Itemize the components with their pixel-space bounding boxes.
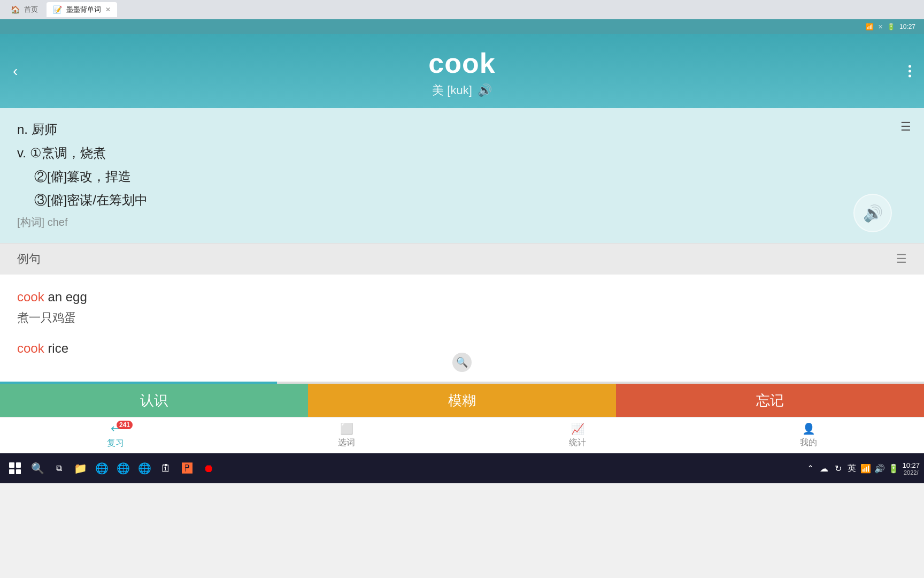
taskbar-files[interactable]: 📁 — [71, 459, 90, 478]
search-icon-float: 🔍 — [452, 353, 472, 372]
taskbar-picsart[interactable]: 🅿 — [178, 459, 197, 478]
example-2-rest: rice — [48, 341, 68, 355]
tray-sound[interactable]: 🔊 — [874, 463, 885, 474]
tray-clock: 10:27 2022/ — [902, 461, 920, 476]
app-content: 📶 ✕ 🔋 10:27 ‹ cook 美 [kuk] 🔊 ☰ n. 厨师 v. … — [0, 19, 924, 453]
tray-time: 10:27 — [902, 461, 920, 469]
review-label: 复习 — [107, 438, 124, 449]
def-2: v. ①烹调，烧煮 — [17, 143, 907, 163]
dot1 — [908, 65, 911, 68]
example-1: cook an egg 煮一只鸡蛋 — [17, 287, 907, 326]
example-1-zh: 煮一只鸡蛋 — [17, 310, 907, 326]
sound-bubble[interactable]: 🔊 — [853, 194, 892, 232]
taskbar-browser3[interactable]: 🌐 — [135, 459, 154, 478]
tray-refresh[interactable]: ↻ — [833, 463, 843, 474]
example-1-rest: an egg — [48, 290, 87, 304]
nav-item-mine[interactable]: 👤 我的 — [693, 417, 924, 453]
browser-chrome: 🏠 首页 📝 墨墨背单词 ✕ — [0, 0, 924, 19]
sound-bubble-icon: 🔊 — [863, 204, 883, 223]
win-quad-2 — [16, 462, 21, 468]
vocab-tab-icon: 📝 — [53, 5, 62, 14]
win-quad-3 — [9, 469, 14, 475]
back-button[interactable]: ‹ — [13, 63, 18, 80]
win-quad-4 — [16, 469, 21, 475]
taskbar-record[interactable]: ⏺ — [199, 459, 218, 478]
review-badge: 241 — [117, 421, 133, 429]
example-1-en: cook an egg — [17, 287, 907, 307]
tray-lang[interactable]: 英 — [846, 463, 857, 474]
tab-vocab[interactable]: 📝 墨墨背单词 ✕ — [47, 2, 117, 17]
windows-logo — [9, 462, 21, 474]
def-1: n. 厨师 — [17, 120, 907, 139]
home-tab-icon: 🏠 — [11, 5, 20, 14]
start-button[interactable] — [4, 458, 26, 479]
more-options-button[interactable] — [908, 65, 911, 78]
tab-close-button[interactable]: ✕ — [105, 6, 111, 13]
fuzzy-button[interactable]: 模糊 — [308, 384, 616, 417]
clock: 10:27 — [899, 23, 915, 31]
forget-button[interactable]: 忘记 — [616, 384, 924, 417]
tray-cloud[interactable]: ☁ — [819, 463, 829, 474]
recognize-button[interactable]: 认识 — [0, 384, 308, 417]
nav-item-select[interactable]: ⬜ 选词 — [231, 417, 462, 453]
definitions-section: ☰ n. 厨师 v. ①烹调，烧煮 ②[僻]篡改，捍造 ③[僻]密谋/在筹划中 … — [0, 108, 924, 243]
def-3: ②[僻]篡改，捍造 — [17, 167, 907, 186]
tray-date: 2022/ — [904, 469, 919, 476]
win-quad-1 — [9, 462, 14, 468]
select-icon: ⬜ — [340, 422, 353, 435]
signal-icon: ✕ — [878, 24, 883, 31]
taskbar-task-view[interactable]: ⧉ — [49, 459, 68, 478]
wifi-icon: 📶 — [866, 23, 874, 31]
def-4: ③[僻]密谋/在筹划中 — [17, 191, 907, 210]
vocab-tab-label: 墨墨背单词 — [66, 5, 101, 14]
stats-label: 统计 — [569, 437, 586, 448]
tray-battery[interactable]: 🔋 — [888, 463, 899, 474]
select-label: 选词 — [338, 437, 355, 448]
nav-item-review[interactable]: 241 ↩ 复习 — [0, 417, 231, 453]
examples-section-header: 例句 ☰ — [0, 243, 924, 275]
word-phonetic: 美 [kuk] 🔊 — [432, 82, 492, 98]
action-buttons: 认识 模糊 忘记 — [0, 384, 924, 417]
home-tab-label: 首页 — [24, 5, 38, 14]
app-header: ‹ cook 美 [kuk] 🔊 — [0, 34, 924, 108]
taskbar-browser2[interactable]: 🌐 — [113, 459, 133, 478]
mine-icon: 👤 — [802, 422, 815, 435]
taskbar-calendar[interactable]: 🗓 — [156, 459, 175, 478]
bottom-nav: 241 ↩ 复习 ⬜ 选词 📈 统计 👤 我的 — [0, 417, 924, 453]
definition-filter-button[interactable]: ☰ — [900, 120, 911, 134]
battery-icon: 🔋 — [887, 23, 895, 31]
examples-section: cook an egg 煮一只鸡蛋 cook rice 🔍 — [0, 275, 924, 382]
stats-icon: 📈 — [571, 422, 584, 435]
dot3 — [908, 75, 911, 78]
tray-up-arrow[interactable]: ⌃ — [805, 463, 815, 474]
phonetic-sound-button[interactable]: 🔊 — [478, 83, 492, 97]
example-2-highlight: cook — [17, 341, 44, 355]
examples-filter-button[interactable]: ☰ — [896, 252, 907, 266]
def-partial: [构词] chef — [17, 214, 907, 230]
tab-home[interactable]: 🏠 首页 — [4, 2, 44, 17]
word-title: cook — [428, 47, 495, 79]
taskbar-browser1[interactable]: 🌐 — [92, 459, 111, 478]
windows-taskbar: 🔍 ⧉ 📁 🌐 🌐 🌐 🗓 🅿 ⏺ ⌃ ☁ ↻ 英 📶 🔊 🔋 10:27 20… — [0, 453, 924, 483]
taskbar-tray: ⌃ ☁ ↻ 英 📶 🔊 🔋 10:27 2022/ — [805, 461, 920, 476]
example-1-highlight: cook — [17, 290, 44, 304]
mine-label: 我的 — [800, 437, 817, 448]
nav-item-stats[interactable]: 📈 统计 — [462, 417, 693, 453]
examples-label: 例句 — [17, 251, 41, 267]
status-bar-top: 📶 ✕ 🔋 10:27 — [0, 19, 924, 34]
phonetic-text: 美 [kuk] — [432, 82, 472, 98]
dot2 — [908, 70, 911, 73]
tray-wifi[interactable]: 📶 — [860, 463, 871, 474]
taskbar-search[interactable]: 🔍 — [28, 459, 47, 478]
